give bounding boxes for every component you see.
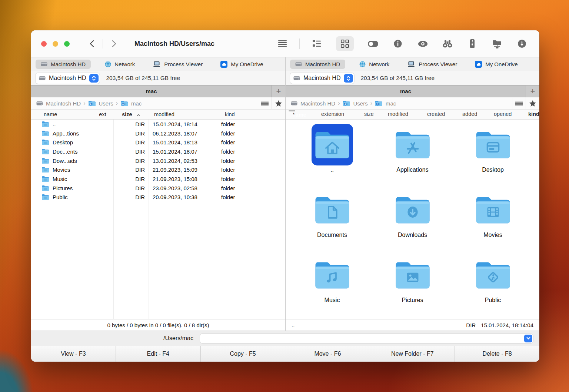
list-view-icon[interactable] bbox=[311, 38, 322, 49]
laptop-icon bbox=[153, 61, 161, 67]
table-row[interactable]: Dow...ads DIR 13.01.2024, 02:53 folder bbox=[31, 156, 285, 165]
column-header-name[interactable]: name bbox=[36, 111, 92, 117]
folder-icon bbox=[41, 158, 49, 164]
grid-item-movies[interactable]: Movies bbox=[462, 189, 525, 254]
close-button[interactable] bbox=[41, 41, 47, 47]
right-column-headers: name▲ extension size modified created ad… bbox=[286, 110, 539, 120]
drive-stepper[interactable] bbox=[344, 74, 353, 83]
quick-look-eye-icon[interactable] bbox=[417, 38, 428, 49]
column-header-name[interactable]: name▲ bbox=[289, 110, 295, 111]
folder-tab[interactable]: mac bbox=[31, 86, 272, 97]
table-row[interactable]: .. DIR 15.01.2024, 18:14 folder bbox=[31, 120, 285, 129]
free-space-text: 203,54 GB of 245,11 GB free bbox=[360, 75, 435, 81]
grid-item-desktop[interactable]: Desktop bbox=[462, 124, 525, 189]
pictures-folder-icon bbox=[395, 260, 430, 290]
breadcrumb-drive[interactable]: Macintosh HD bbox=[36, 100, 81, 107]
info-icon[interactable] bbox=[392, 38, 403, 49]
edit-f4-button[interactable]: Edit - F4 bbox=[116, 346, 200, 362]
back-button[interactable] bbox=[86, 38, 97, 49]
grid-item-public[interactable]: Public bbox=[462, 254, 525, 319]
breadcrumb-drive[interactable]: Macintosh HD bbox=[291, 100, 335, 107]
grid-view-icon[interactable] bbox=[336, 36, 354, 51]
column-header-kind[interactable]: kind bbox=[528, 111, 539, 117]
zoom-button[interactable] bbox=[64, 41, 70, 47]
column-header-added[interactable]: added bbox=[462, 111, 477, 117]
table-row[interactable]: Pictures DIR 23.09.2023, 02:58 folder bbox=[31, 184, 285, 193]
column-header-modified[interactable]: modified bbox=[388, 111, 408, 117]
tab-my-onedrive[interactable]: My OneDrive bbox=[471, 59, 522, 69]
grid-item-parent-dir[interactable]: .. bbox=[301, 124, 364, 189]
tab-process-viewer[interactable]: Process Viewer bbox=[149, 60, 206, 69]
folder-icon bbox=[41, 139, 49, 145]
tab-my-onedrive[interactable]: My OneDrive bbox=[217, 59, 267, 69]
new-folder-f7-button[interactable]: New Folder - F7 bbox=[370, 346, 455, 362]
copy-f5-button[interactable]: Copy - F5 bbox=[200, 346, 285, 362]
right-breadcrumb: Macintosh HD › Users › mac bbox=[286, 97, 539, 110]
tab-macintosh-hd[interactable]: Macintosh HD bbox=[290, 60, 345, 69]
table-row[interactable]: Movies DIR 21.09.2023, 15:09 folder bbox=[31, 165, 285, 174]
column-header-created[interactable]: created bbox=[427, 111, 445, 117]
traffic-lights bbox=[41, 41, 70, 47]
tab-network[interactable]: Network bbox=[101, 60, 139, 69]
grid-item-applications[interactable]: Applications bbox=[381, 124, 444, 189]
column-header-ext[interactable]: ext bbox=[92, 111, 113, 117]
tab-macintosh-hd[interactable]: Macintosh HD bbox=[36, 60, 91, 69]
laptop-icon bbox=[407, 61, 415, 67]
movies-folder-icon bbox=[475, 195, 511, 225]
drive-selector[interactable]: Macintosh HD bbox=[36, 73, 100, 84]
table-row[interactable]: Doc...ents DIR 15.01.2024, 18:07 folder bbox=[31, 147, 285, 156]
documents-folder-icon bbox=[315, 195, 350, 225]
hard-drive-icon bbox=[293, 75, 300, 81]
grid-item-music[interactable]: Music bbox=[301, 254, 364, 319]
left-pane: Macintosh HD Network Process Viewer My O… bbox=[31, 57, 285, 331]
path-menu-icon[interactable] bbox=[512, 97, 526, 109]
table-row[interactable]: Desktop DIR 15.01.2024, 18:13 folder bbox=[31, 138, 285, 147]
path-menu-icon[interactable] bbox=[258, 97, 272, 109]
column-header-extension[interactable]: extension bbox=[321, 111, 344, 117]
favorites-star-icon[interactable] bbox=[526, 97, 539, 109]
forward-button[interactable] bbox=[109, 38, 120, 49]
column-header-modified[interactable]: modified bbox=[149, 111, 217, 117]
delete-f8-button[interactable]: Delete - F8 bbox=[455, 346, 539, 362]
breadcrumb-users[interactable]: Users bbox=[343, 100, 368, 107]
column-header-kind[interactable]: kind bbox=[217, 111, 264, 117]
desktop-folder-icon bbox=[475, 130, 511, 160]
table-row[interactable]: Music DIR 21.09.2023, 15:08 folder bbox=[31, 174, 285, 184]
breadcrumb-users[interactable]: Users bbox=[88, 100, 113, 107]
network-folder-icon[interactable] bbox=[492, 38, 503, 49]
sort-asc-icon bbox=[137, 114, 140, 116]
favorites-star-icon[interactable] bbox=[272, 97, 285, 109]
grid-item-documents[interactable]: Documents bbox=[301, 189, 364, 254]
folder-tab[interactable]: mac bbox=[286, 86, 526, 97]
table-row[interactable]: App...tions DIR 06.12.2023, 18:07 folder bbox=[31, 129, 285, 138]
move-f6-button[interactable]: Move - F6 bbox=[285, 346, 370, 362]
column-header-opened[interactable]: opened bbox=[494, 111, 512, 117]
breadcrumb-mac[interactable]: mac bbox=[120, 100, 142, 107]
search-binoculars-icon[interactable] bbox=[442, 38, 453, 49]
grid-item-downloads[interactable]: Downloads bbox=[381, 189, 444, 254]
grid-item-pictures[interactable]: Pictures bbox=[381, 254, 444, 319]
menu-icon[interactable] bbox=[277, 38, 288, 49]
tab-process-viewer[interactable]: Process Viewer bbox=[403, 60, 461, 69]
tab-network[interactable]: Network bbox=[356, 60, 393, 69]
table-row[interactable]: Public DIR 20.09.2023, 10:38 folder bbox=[31, 193, 285, 202]
command-history-dropdown[interactable] bbox=[524, 335, 532, 342]
breadcrumb-mac[interactable]: mac bbox=[375, 100, 396, 107]
download-icon[interactable] bbox=[516, 38, 528, 49]
downloads-folder-icon bbox=[395, 195, 430, 225]
archive-zip-icon[interactable] bbox=[467, 38, 478, 49]
column-header-size[interactable]: size bbox=[113, 111, 149, 117]
add-tab-button[interactable]: + bbox=[526, 86, 539, 97]
add-tab-button[interactable]: + bbox=[272, 86, 285, 97]
drive-selector[interactable]: Macintosh HD bbox=[290, 73, 354, 84]
onedrive-cloud-icon bbox=[220, 61, 227, 68]
right-source-tabs: Macintosh HD Network Process Viewer My O… bbox=[286, 57, 539, 71]
view-f3-button[interactable]: View - F3 bbox=[31, 346, 116, 362]
toggle-panels-icon[interactable] bbox=[367, 38, 379, 49]
command-input[interactable] bbox=[200, 334, 533, 344]
minimize-button[interactable] bbox=[53, 41, 58, 47]
home-folder-icon bbox=[120, 100, 128, 107]
drive-stepper[interactable] bbox=[89, 74, 99, 83]
column-header-size[interactable]: size bbox=[364, 111, 374, 117]
toolbar bbox=[277, 36, 528, 51]
